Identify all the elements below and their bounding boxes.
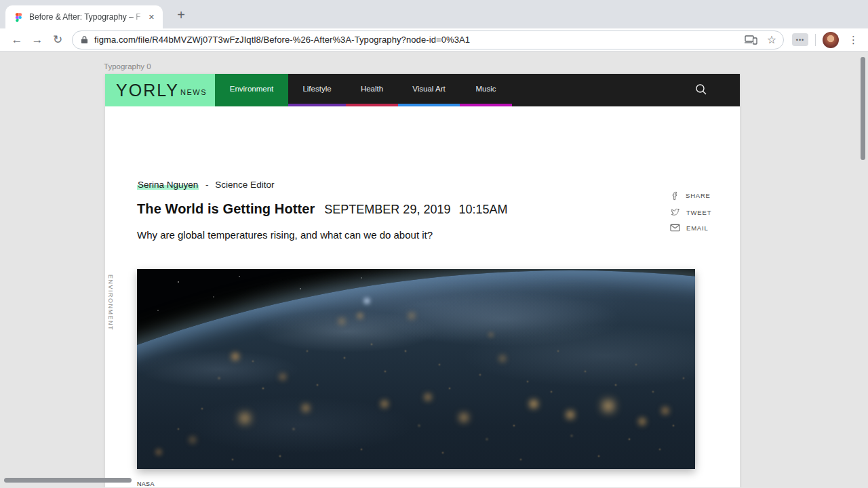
city-lights-small [137,269,138,270]
browser-menu-icon[interactable]: ⋮ [846,34,861,46]
section-label-vertical: ENVIRONMENT [107,274,114,331]
nav-item-music[interactable]: Music [460,74,512,106]
logo-text: YORLY [116,81,179,100]
url-text[interactable]: figma.com/file/R44bMVZWj07T3wFzJIqtl8/Be… [94,35,739,45]
author-role: Science Editor [215,180,274,190]
browser-toolbar: ← → ↻ figma.com/file/R44bMVZWj07T3wFzJIq… [0,28,868,52]
horizontal-scrollbar-thumb[interactable] [4,478,132,483]
vertical-scrollbar-thumb[interactable] [861,57,865,160]
figma-canvas[interactable]: Typography 0 YORLY NEWS Environment Life… [0,52,868,487]
nav-item-environment[interactable]: Environment [215,74,288,106]
share-email-button[interactable]: EMAIL [670,224,711,232]
publish-time: 10:15AM [458,203,507,217]
new-tab-button[interactable]: + [172,8,190,22]
toolbar-divider [815,34,816,46]
share-facebook-button[interactable]: SHARE [670,190,711,201]
article: ENVIRONMENT Serina Nguyen - Science Edit… [105,106,740,487]
cloud-haze [137,269,695,469]
lock-icon [81,35,88,44]
facebook-icon [670,190,679,201]
byline: Serina Nguyen - Science Editor [137,180,274,190]
logo-suffix: NEWS [180,88,207,96]
share-twitter-button[interactable]: TWEET [670,207,711,217]
author-name[interactable]: Serina Nguyen [137,180,199,190]
article-subtitle: Why are global temperatures rising, and … [137,229,433,241]
browser-tab[interactable]: Before & After: Typography – F ✕ [5,5,163,28]
image-caption: NASA [137,481,155,487]
site-nav: Environment Lifestyle Health Visual Art … [215,74,740,106]
profile-avatar[interactable] [823,32,839,48]
twitter-icon [670,207,680,217]
design-frame[interactable]: YORLY NEWS Environment Lifestyle Health … [105,74,740,487]
figma-logo-icon [14,12,24,22]
nav-item-health[interactable]: Health [346,74,398,106]
tab-close-icon[interactable]: ✕ [146,12,157,23]
publish-date: SEPTEMBER 29, 2019 [324,203,450,217]
browser-tab-strip: Before & After: Typography – F ✕ + [0,0,868,28]
frame-label[interactable]: Typography 0 [104,62,151,70]
article-headline: The World is Getting Hotter [137,201,315,217]
email-icon [670,224,680,232]
hero-image-earth-at-night [137,269,695,469]
nav-item-lifestyle[interactable]: Lifestyle [288,74,346,106]
site-header: YORLY NEWS Environment Lifestyle Health … [105,74,740,106]
nav-item-visual-art[interactable]: Visual Art [398,74,460,106]
reload-icon[interactable]: ↻ [47,34,68,45]
share-actions: SHARE TWEET EMAIL [670,190,711,232]
byline-separator: - [205,180,209,190]
site-logo[interactable]: YORLY NEWS [105,74,215,106]
search-icon[interactable] [695,83,707,96]
extensions-icon[interactable]: ••• [792,33,808,46]
bookmark-star-icon[interactable]: ☆ [767,33,776,46]
forward-icon[interactable]: → [27,34,47,45]
address-bar[interactable]: figma.com/file/R44bMVZWj07T3wFzJIqtl8/Be… [72,30,784,49]
send-to-devices-icon[interactable] [745,35,757,45]
tab-title: Before & After: Typography – F [29,12,146,22]
back-icon[interactable]: ← [7,34,27,45]
